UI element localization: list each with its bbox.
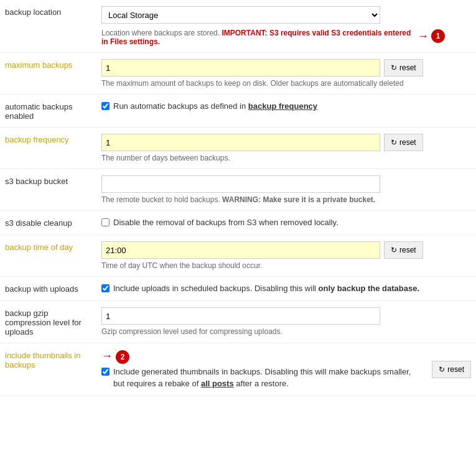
gzip-compression-row: backup gzip compression level for upload…: [0, 301, 476, 343]
thumbnails-checkbox[interactable]: [101, 368, 110, 376]
backup-frequency-row: backup frequency ↻ reset The number of d…: [0, 128, 476, 169]
thumbnails-label: include thumbnails in backups: [5, 351, 80, 369]
s3-backup-bucket-label: s3 backup bucket: [5, 177, 68, 186]
backup-uploads-row: backup with uploads Include uploads in s…: [0, 277, 476, 301]
reset-icon-4: ↻: [439, 365, 445, 374]
automatic-backups-checkbox-label[interactable]: Run automatic backups as defined in back…: [101, 101, 471, 112]
backup-uploads-label: backup with uploads: [5, 284, 78, 294]
backup-time-input[interactable]: [101, 241, 380, 259]
maximum-backups-input[interactable]: [101, 59, 380, 77]
backup-frequency-label: backup frequency: [5, 135, 69, 144]
s3-disable-cleanup-row: s3 disable cleanup Disable the removal o…: [0, 211, 476, 235]
backup-frequency-input[interactable]: [101, 134, 380, 151]
s3-disable-cleanup-label: s3 disable cleanup: [5, 218, 72, 228]
backup-location-label: backup location: [5, 7, 61, 17]
maximum-backups-reset-button[interactable]: ↻ reset: [384, 59, 423, 77]
gzip-compression-desc: Gzip compression level used for compress…: [101, 327, 413, 336]
reset-icon-2: ↻: [391, 138, 397, 147]
backup-frequency-desc: The number of days between backups.: [101, 154, 413, 162]
s3-disable-cleanup-checkbox-label[interactable]: Disable the removal of backups from S3 w…: [101, 217, 471, 228]
s3-disable-cleanup-text: Disable the removal of backups from S3 w…: [113, 217, 338, 228]
thumbnails-checkbox-label[interactable]: Include generated thumbnails in backups.…: [101, 366, 423, 389]
s3-backup-bucket-row: s3 backup bucket The remote bucket to ho…: [0, 169, 476, 211]
backup-time-reset-button[interactable]: ↻ reset: [384, 241, 423, 259]
thumbnails-text: Include generated thumbnails in backups.…: [113, 366, 423, 389]
s3-backup-bucket-desc: The remote bucket to hold backups. WARNI…: [101, 195, 413, 204]
backup-time-row: backup time of day ↻ reset Time of day U…: [0, 235, 476, 277]
backup-time-label: backup time of day: [5, 243, 73, 252]
reset-icon-3: ↻: [391, 246, 397, 254]
reset-icon: ↻: [391, 63, 397, 72]
backup-uploads-text: Include uploads in scheduled backups. Di…: [113, 283, 419, 294]
backup-location-select[interactable]: Local Storage: [101, 6, 380, 24]
gzip-compression-input[interactable]: [101, 307, 380, 325]
thumbnails-row: include thumbnails in backups → 2 Includ…: [0, 343, 476, 396]
s3-disable-cleanup-checkbox[interactable]: [101, 218, 110, 226]
thumbnails-reset-button[interactable]: ↻ reset: [432, 361, 471, 378]
automatic-backups-row: automatic backups enabled Run automatic …: [0, 95, 476, 128]
backup-uploads-checkbox[interactable]: [101, 284, 110, 292]
arrow-badge-1: → 1: [418, 29, 445, 43]
backup-frequency-reset-button[interactable]: ↻ reset: [384, 134, 423, 151]
arrow-badge-2: → 2: [101, 350, 423, 364]
backup-time-desc: Time of day UTC when the backup should o…: [101, 261, 413, 270]
automatic-backups-label: automatic backups enabled: [5, 102, 72, 121]
backup-location-row: backup location Local Storage Location w…: [0, 0, 476, 53]
automatic-backups-text: Run automatic backups as defined in back…: [113, 101, 317, 112]
maximum-backups-label: maximum backups: [5, 60, 72, 70]
automatic-backups-checkbox[interactable]: [101, 102, 110, 110]
gzip-compression-label: backup gzip compression level for upload…: [5, 309, 82, 337]
maximum-backups-row: maximum backups ↻ reset The maximum amou…: [0, 53, 476, 95]
maximum-backups-desc: The maximum amount of backups to keep on…: [101, 79, 413, 88]
backup-location-desc: Location where backups are stored. IMPOR…: [101, 29, 413, 46]
backup-uploads-checkbox-label[interactable]: Include uploads in scheduled backups. Di…: [101, 283, 471, 294]
s3-backup-bucket-input[interactable]: [101, 175, 380, 193]
